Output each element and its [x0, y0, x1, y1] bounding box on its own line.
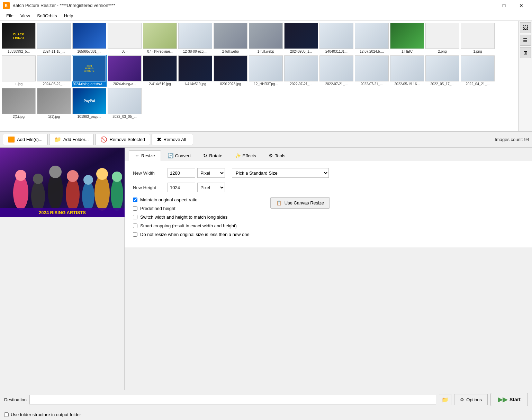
image-cell[interactable]: BLACKFRIDAY18330992_5... — [1, 22, 36, 54]
width-unit-select[interactable]: Pixel Percent cm inch — [197, 168, 225, 178]
image-cell[interactable]: PayPal101983_payp... — [72, 87, 107, 119]
switch-dimensions-label[interactable]: Switch width and height to match long si… — [140, 215, 227, 220]
image-cell[interactable]: 2022-07-21_... — [354, 55, 389, 87]
smart-cropping-checkbox[interactable] — [133, 224, 137, 228]
image-cell[interactable]: 2022_04_21_... — [460, 55, 495, 87]
add-folder-button[interactable]: 📁 Add Folder... — [49, 134, 94, 145]
menu-help[interactable]: Help — [61, 12, 77, 20]
image-cell[interactable]: 2024RISINGARTISTS2024-rising-artists-to-… — [72, 55, 107, 87]
image-cell[interactable]: 08 - — [107, 22, 142, 54]
image-cell[interactable]: 2022_03_05_... — [107, 87, 142, 119]
remove-all-icon: ✖ — [157, 136, 161, 143]
image-label: 1659957381_... — [72, 50, 106, 53]
image-thumbnail: 2024RISINGARTISTS — [72, 55, 106, 81]
image-cell[interactable]: 2024-05-22_... — [37, 55, 71, 87]
menu-file[interactable]: File — [3, 12, 17, 20]
image-label: +.jpg — [2, 82, 36, 86]
image-label: 02012023.jpg — [214, 82, 247, 86]
image-cell[interactable]: 2022-05-19 16... — [390, 55, 424, 87]
maximize-button[interactable]: □ — [496, 0, 512, 11]
start-icon: ▶▶ — [498, 396, 507, 403]
sidebar-grid-btn[interactable]: ⊞ — [520, 47, 531, 58]
maintain-aspect-checkbox[interactable] — [133, 198, 137, 202]
minimize-button[interactable]: — — [479, 0, 495, 11]
image-cell[interactable]: 1-full.webp — [249, 22, 283, 54]
svg-point-13 — [111, 178, 123, 211]
image-cell[interactable]: 1.HEIC — [390, 22, 424, 54]
image-cell[interactable]: 2(1).jpg — [1, 87, 36, 119]
image-label: 20240930_1... — [284, 50, 318, 53]
main-container: BLACKFRIDAY18330992_5...2024-11-18_...16… — [0, 21, 532, 420]
image-cell[interactable]: 1-414x519.jpg — [178, 55, 213, 87]
convert-tab-label: Convert — [175, 153, 191, 158]
image-thumbnail — [108, 55, 142, 81]
tools-tab-icon: ⚙ — [269, 153, 273, 158]
image-thumbnail — [214, 55, 247, 81]
svg-point-9 — [82, 182, 94, 211]
tab-tools[interactable]: ⚙ Tools — [263, 150, 291, 161]
image-cell[interactable]: 12.07.2024.b.... — [354, 22, 389, 54]
new-width-input[interactable] — [168, 168, 195, 178]
add-files-button[interactable]: 🟧 Add File(s)... — [3, 134, 48, 145]
tab-rotate[interactable]: ↻ Rotate — [197, 150, 228, 161]
sidebar-list-btn[interactable]: ☰ — [520, 35, 531, 46]
image-cell[interactable]: 2-414x519.jpg — [143, 55, 177, 87]
predefined-height-checkbox[interactable] — [133, 206, 137, 211]
maintain-aspect-label[interactable]: Maintain original aspect ratio — [140, 197, 197, 202]
image-cell[interactable]: 2022_05_17_... — [425, 55, 460, 87]
image-thumbnail — [143, 23, 177, 49]
image-thumbnail: PayPal — [72, 88, 106, 114]
image-cell[interactable]: 2022-07-21_... — [284, 55, 318, 87]
image-cell[interactable]: 12-38-09-ezq.... — [178, 22, 213, 54]
image-cell[interactable]: 2-full.webp — [213, 22, 248, 54]
smart-cropping-label[interactable]: Smart cropping (result in exact width an… — [140, 223, 237, 228]
image-cell[interactable]: 1(1).jpg — [37, 87, 71, 119]
image-thumbnail — [355, 55, 389, 81]
image-cell[interactable]: 07 - Ингерман... — [143, 22, 177, 54]
no-resize-checkbox[interactable] — [133, 232, 137, 237]
height-unit-select[interactable]: Pixel Percent cm inch — [197, 183, 225, 192]
options-row: Maintain original aspect ratio Predefine… — [133, 197, 524, 240]
add-folder-icon: 📁 — [54, 136, 61, 143]
folder-structure-checkbox[interactable] — [4, 412, 9, 417]
image-thumbnail — [355, 23, 389, 49]
image-cell[interactable]: 2404031131... — [319, 22, 354, 54]
image-cell[interactable]: 1659957381_... — [72, 22, 107, 54]
new-height-input[interactable] — [168, 183, 195, 192]
preview-image: 2024 RISING ARTISTS — [0, 148, 125, 217]
destination-browse-button[interactable]: 📁 — [439, 394, 451, 405]
image-cell[interactable]: 2022-07-21_... — [319, 55, 354, 87]
tab-convert[interactable]: 🔄 Convert — [162, 150, 197, 161]
options-button[interactable]: ⚙ Options — [454, 394, 488, 405]
image-cell[interactable]: 2.png — [425, 22, 460, 54]
destination-input[interactable] — [29, 395, 436, 404]
menu-softorbits[interactable]: SoftOrbits — [34, 12, 61, 20]
tab-effects[interactable]: ✨ Effects — [229, 150, 262, 161]
sidebar-images-btn[interactable]: 🖼 — [520, 22, 531, 33]
predefined-height-label[interactable]: Predefined height — [140, 206, 175, 211]
standard-size-container: Pick a Standard Size 800x600 1024x768 19… — [232, 168, 329, 178]
remove-selected-icon: 🚫 — [100, 136, 107, 143]
start-button[interactable]: ▶▶ Start — [490, 393, 528, 406]
switch-dimensions-checkbox[interactable] — [133, 215, 137, 219]
no-resize-label[interactable]: Do not resize when original size is less… — [140, 232, 250, 237]
menu-view[interactable]: View — [17, 12, 34, 20]
app-icon: B — [3, 2, 10, 9]
folder-structure-label[interactable]: Use folder structure in output folder — [11, 412, 81, 417]
image-cell[interactable]: 1.png — [460, 22, 495, 54]
tab-resize[interactable]: ↔ Resize — [129, 150, 161, 161]
standard-size-select[interactable]: Pick a Standard Size 800x600 1024x768 19… — [232, 168, 329, 178]
close-button[interactable]: ✕ — [513, 0, 529, 11]
image-cell[interactable]: 20240930_1... — [284, 22, 318, 54]
image-cell[interactable]: +.jpg — [1, 55, 36, 87]
image-cell[interactable]: 02012023.jpg — [213, 55, 248, 87]
remove-all-button[interactable]: ✖ Remove All — [152, 134, 193, 145]
tabs: ↔ Resize 🔄 Convert ↻ Rotate ✨ Effects ⚙ — [125, 148, 532, 161]
convert-tab-icon: 🔄 — [168, 153, 173, 158]
resize-tab-icon: ↔ — [135, 153, 139, 158]
image-cell[interactable]: 2024-rising-a... — [107, 55, 142, 87]
canvas-resize-button[interactable]: 📋 Use Canvas Resize — [270, 197, 330, 209]
remove-selected-button[interactable]: 🚫 Remove Selected — [95, 134, 150, 145]
image-cell[interactable]: 2024-11-18_... — [37, 22, 71, 54]
image-cell[interactable]: 12_HHR3Tpg... — [249, 55, 283, 87]
